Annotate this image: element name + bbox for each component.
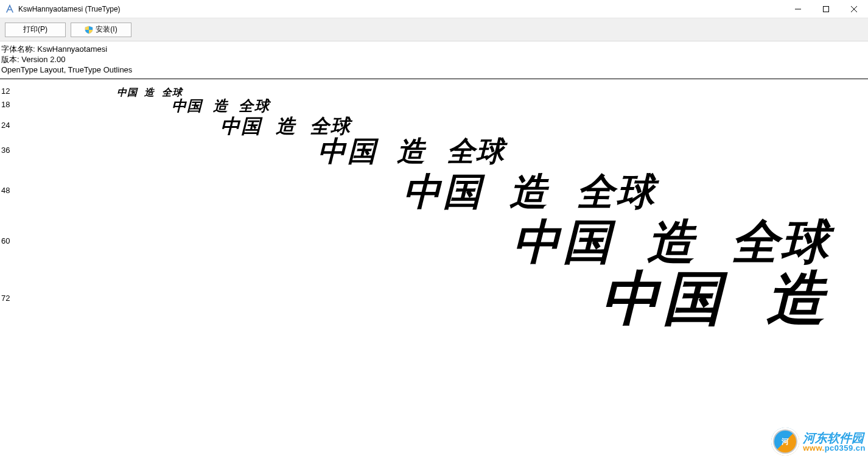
font-version-line: 版本: Version 2.00 — [1, 54, 867, 65]
preview-size-label: 18 — [1, 100, 15, 109]
watermark-cn: 河东软件园 — [803, 432, 866, 444]
preview-size-label: 72 — [1, 294, 15, 303]
preview-row: 72中国 造 全球 — [1, 268, 868, 331]
toolbar: 打印(P) 安装(I) — [0, 18, 868, 41]
watermark-url-domain: pc0359.cn — [825, 443, 866, 453]
watermark-url: www.pc0359.cn — [803, 444, 866, 452]
preview-size-label: 12 — [1, 86, 15, 96]
watermark-url-prefix: www. — [803, 443, 824, 453]
titlebar: KswHannyaotamesi (TrueType) — [0, 0, 868, 18]
preview-size-label: 24 — [1, 121, 15, 130]
font-layout-line: OpenType Layout, TrueType Outlines — [1, 65, 867, 75]
install-button-label: 安装(I) — [96, 24, 117, 35]
close-button[interactable] — [840, 0, 868, 18]
watermark-text: 河东软件园 www.pc0359.cn — [803, 432, 866, 452]
preview-row: 36中国 造 全球 — [1, 135, 868, 168]
watermark-logo-glyph: 河 — [782, 437, 789, 447]
maximize-button[interactable] — [812, 0, 840, 18]
preview-sample-text: 中国 造 全球 — [318, 133, 506, 171]
watermark: 河 河东软件园 www.pc0359.cn — [771, 428, 866, 456]
preview-size-label: 36 — [1, 146, 15, 155]
print-button[interactable]: 打印(P) — [5, 23, 66, 37]
font-preview-app-icon — [5, 4, 15, 14]
preview-row: 18中国 造 全球 — [1, 96, 868, 116]
preview-sample-text: 中国 造 全球 — [403, 166, 657, 217]
font-preview-area: 12中国 造 全球18中国 造 全球24中国 造 全球36中国 造 全球48中国… — [0, 79, 868, 457]
font-name-line: 字体名称: KswHannyaotamesi — [1, 44, 867, 54]
watermark-logo-icon: 河 — [771, 428, 799, 456]
print-button-label: 打印(P) — [23, 24, 47, 35]
font-info: 字体名称: KswHannyaotamesi 版本: Version 2.00 … — [0, 41, 868, 79]
preview-size-label: 60 — [1, 236, 15, 245]
svg-rect-0 — [824, 6, 829, 12]
uac-shield-icon — [85, 26, 93, 34]
preview-size-label: 48 — [1, 186, 15, 195]
minimize-button[interactable] — [784, 0, 812, 18]
preview-row: 48中国 造 全球 — [1, 171, 868, 213]
install-button[interactable]: 安装(I) — [71, 23, 131, 37]
window-title: KswHannyaotamesi (TrueType) — [18, 5, 121, 13]
preview-sample-text: 中国 造 全球 — [601, 260, 868, 339]
